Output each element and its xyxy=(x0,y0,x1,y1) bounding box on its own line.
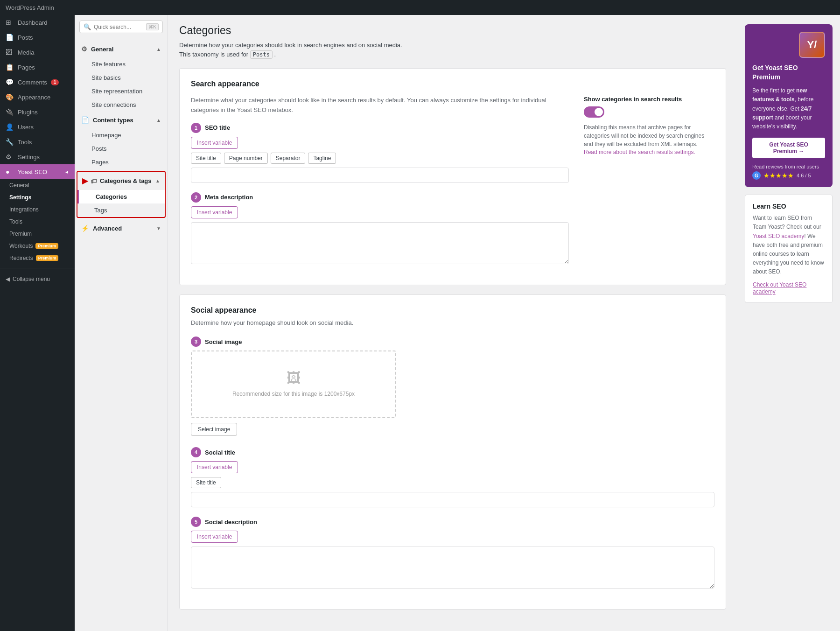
admin-bar-title: WordPress Admin xyxy=(6,4,54,11)
sidebar-item-site-connections[interactable]: Site connections xyxy=(75,98,168,112)
search-appearance-section: Search appearance Determine what your ca… xyxy=(179,68,726,285)
sidebar-item-tags[interactable]: Tags xyxy=(77,203,165,217)
sidebar-item-posts[interactable]: Posts xyxy=(75,142,168,155)
subsection-categories-tags-header[interactable]: ▶ 🏷 Categories & tags ▲ xyxy=(77,172,165,190)
meta-description-textarea[interactable] xyxy=(191,222,569,264)
workouts-badge: Premium xyxy=(35,243,58,249)
sidebar-item-homepage[interactable]: Homepage xyxy=(75,128,168,142)
subnav-integrations[interactable]: Integrations xyxy=(0,203,75,216)
check-academy-link[interactable]: Check out Yoast SEO academy xyxy=(753,281,806,295)
search-appearance-desc: Determine what your categories should lo… xyxy=(191,96,569,115)
show-categories-toggle[interactable] xyxy=(584,106,604,118)
seo-title-input[interactable] xyxy=(191,168,569,183)
sidebar-item-plugins[interactable]: 🔌 Plugins xyxy=(0,105,75,119)
plugins-icon: 🔌 xyxy=(6,108,14,116)
tag-separator[interactable]: Separator xyxy=(271,153,306,164)
subsection-content-types-header[interactable]: 📄 Content types ▲ xyxy=(75,112,168,128)
social-tag-site-title[interactable]: Site title xyxy=(191,477,221,488)
tag-tagline[interactable]: Tagline xyxy=(308,153,336,164)
search-input[interactable] xyxy=(94,24,143,30)
sidebar-item-site-basics[interactable]: Site basics xyxy=(75,71,168,84)
yoast-premium-logo: Y/ xyxy=(799,32,825,58)
social-title-input[interactable] xyxy=(191,492,714,507)
sidebar-item-yoast-seo[interactable]: ● Yoast SEO ◄ xyxy=(0,164,75,179)
sidebar-item-media[interactable]: 🖼 Media xyxy=(0,45,75,60)
premium-card-desc: Be the first to get new features & tools… xyxy=(752,86,825,131)
subnav-settings[interactable]: Settings xyxy=(0,191,75,203)
dashboard-icon: ⊞ xyxy=(6,19,14,26)
stars: ★★★★★ xyxy=(763,172,794,179)
social-desc-insert-variable-btn[interactable]: Insert variable xyxy=(191,531,238,543)
sidebar-item-dashboard[interactable]: ⊞ Dashboard xyxy=(0,15,75,30)
sidebar-label-tools: Tools xyxy=(18,139,32,146)
subsection-general-header[interactable]: ⚙ General ▲ xyxy=(75,41,168,57)
page-title: Categories xyxy=(179,24,726,37)
seo-title-insert-variable-btn[interactable]: Insert variable xyxy=(191,137,238,149)
general-section-label: General xyxy=(91,46,113,53)
settings-icon: ⚙ xyxy=(6,153,14,161)
yoast-academy-link[interactable]: Yoast SEO academy xyxy=(753,233,804,239)
field-number-1: 1 xyxy=(191,123,201,133)
subnav-tools[interactable]: Tools xyxy=(0,216,75,228)
read-more-link[interactable]: Read more about the search results setti… xyxy=(584,149,695,155)
social-image-upload-box[interactable]: 🖼 Recommended size for this image is 120… xyxy=(191,351,396,418)
social-appearance-section: Social appearance Determine how your hom… xyxy=(179,294,726,610)
sidebar-item-comments[interactable]: 💬 Comments 1 xyxy=(0,75,75,90)
cat-tags-icon: 🏷 xyxy=(91,177,97,185)
select-image-btn[interactable]: Select image xyxy=(191,423,237,436)
sidebar-item-settings[interactable]: ⚙ Settings xyxy=(0,149,75,164)
sidebar-item-site-features[interactable]: Site features xyxy=(75,57,168,71)
field-number-4: 4 xyxy=(191,447,201,457)
sidebar-label-plugins: Plugins xyxy=(18,109,38,116)
sidebar-label-settings: Settings xyxy=(18,154,40,161)
sidebar-item-pages[interactable]: 📋 Pages xyxy=(0,60,75,75)
wordpress-sidebar: ⊞ Dashboard 📄 Posts 🖼 Media 📋 Pages 💬 Co… xyxy=(0,15,75,631)
users-icon: 👤 xyxy=(6,123,14,131)
taxonomy-note: This taxonomy is used for xyxy=(179,51,248,58)
sidebar-item-posts[interactable]: 📄 Posts xyxy=(0,30,75,45)
subsection-categories-tags-items: Categories Tags xyxy=(77,190,165,217)
appearance-icon: 🎨 xyxy=(6,93,14,101)
redirects-label: Redirects xyxy=(9,255,33,261)
subnav-general[interactable]: General xyxy=(0,179,75,191)
content-types-chevron: ▲ xyxy=(156,118,161,123)
subsection-general-items: Site features Site basics Site represent… xyxy=(75,57,168,112)
sidebar-item-categories[interactable]: Categories xyxy=(77,190,165,203)
general-section-icon: ⚙ xyxy=(81,45,87,53)
tag-site-title[interactable]: Site title xyxy=(191,153,221,164)
logo-text: Y/ xyxy=(807,39,817,51)
rating: 4.6 / 5 xyxy=(797,173,811,178)
tag-page-number[interactable]: Page number xyxy=(224,153,268,164)
tools-icon: 🔧 xyxy=(6,138,14,146)
search-appearance-title: Search appearance xyxy=(191,80,714,88)
sidebar-item-appearance[interactable]: 🎨 Appearance xyxy=(0,90,75,105)
seo-title-label: SEO title xyxy=(205,124,230,131)
get-premium-btn[interactable]: Get Yoast SEO Premium → xyxy=(752,138,825,158)
sidebar-label-pages: Pages xyxy=(18,64,35,71)
workouts-label: Workouts xyxy=(9,243,33,249)
social-description-textarea[interactable] xyxy=(191,547,714,589)
sidebar-label-yoast: Yoast SEO xyxy=(18,168,47,175)
social-appearance-desc: Determine how your homepage should look … xyxy=(191,318,714,328)
meta-description-field: 2 Meta description Insert variable xyxy=(191,192,569,264)
sidebar-item-site-representation[interactable]: Site representation xyxy=(75,84,168,98)
sidebar-item-users[interactable]: 👤 Users xyxy=(0,119,75,134)
yoast-icon: ● xyxy=(6,168,14,175)
collapse-menu-button[interactable]: ◀ Collapse menu xyxy=(0,272,75,286)
subnav-workouts[interactable]: Workouts Premium xyxy=(0,240,75,252)
taxonomy-dot: . xyxy=(274,51,276,58)
social-title-field: 4 Social title Insert variable Site titl… xyxy=(191,447,714,507)
social-title-insert-variable-btn[interactable]: Insert variable xyxy=(191,461,238,473)
general-chevron: ▲ xyxy=(156,47,161,52)
sidebar-item-tools[interactable]: 🔧 Tools xyxy=(0,134,75,149)
sidebar-label-appearance: Appearance xyxy=(18,94,50,101)
subsection-advanced-header[interactable]: ⚡ Advanced ▼ xyxy=(75,220,168,237)
subnav-redirects[interactable]: Redirects Premium xyxy=(0,252,75,264)
search-box[interactable]: 🔍 ⌘K xyxy=(79,21,163,33)
sidebar-item-pages-nav[interactable]: Pages xyxy=(75,155,168,169)
meta-desc-insert-variable-btn[interactable]: Insert variable xyxy=(191,206,238,218)
subnav-premium[interactable]: Premium xyxy=(0,228,75,240)
premium-card: Y/ Get Yoast SEO Premium Be the first to… xyxy=(745,24,833,187)
subsection-content-types-items: Homepage Posts Pages xyxy=(75,128,168,169)
social-desc-label: Social description xyxy=(205,519,257,526)
